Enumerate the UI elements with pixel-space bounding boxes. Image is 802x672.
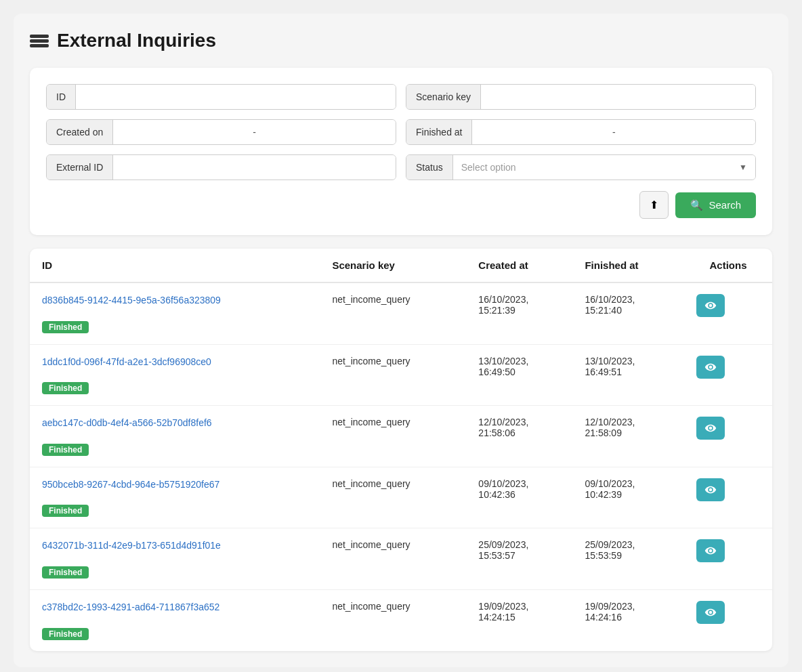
created-on-from-input[interactable] [113, 120, 249, 144]
finished-at-separator: - [608, 127, 620, 138]
view-button[interactable] [696, 478, 725, 501]
id-cell: 1ddc1f0d-096f-47fd-a2e1-3dcf96908ce0Fini… [30, 344, 320, 406]
table-header-row: ID Scenario key Created at Finished at A… [30, 249, 772, 282]
status-badge: Finished [42, 321, 89, 333]
scenario-key-input[interactable] [481, 85, 755, 109]
created-on-date-group: - [113, 120, 396, 144]
table-row: 950bceb8-9267-4cbd-964e-b5751920fe67Fini… [30, 467, 772, 528]
id-label: ID [47, 85, 76, 109]
status-badge: Finished [42, 382, 89, 394]
filter-grid: ID Scenario key Created on - Finished at [46, 84, 756, 180]
actions-cell [684, 589, 772, 650]
col-id: ID [30, 249, 320, 282]
actions-cell [684, 344, 772, 406]
eye-icon [704, 299, 717, 312]
col-actions: Actions [684, 249, 772, 282]
created-at-cell: 13/10/2023, 16:49:50 [466, 344, 572, 406]
finished-at-cell: 19/09/2023, 14:24:16 [572, 589, 684, 650]
scenario-key-cell: net_income_query [320, 406, 466, 467]
scenario-key-cell: net_income_query [320, 344, 466, 406]
table-row: 6432071b-311d-42e9-b173-651d4d91f01eFini… [30, 528, 772, 590]
actions-cell [684, 528, 772, 590]
scenario-key-cell: net_income_query [320, 467, 466, 528]
id-cell: 950bceb8-9267-4cbd-964e-b5751920fe67Fini… [30, 467, 320, 528]
table-header: ID Scenario key Created at Finished at A… [30, 249, 772, 282]
scenario-key-label: Scenario key [406, 85, 481, 109]
database-icon [30, 35, 49, 47]
status-select[interactable]: Select option Finished Pending Failed [453, 155, 755, 180]
table-row: aebc147c-d0db-4ef4-a566-52b70df8fef6Fini… [30, 406, 772, 467]
finished-at-from-input[interactable] [472, 120, 608, 144]
results-panel: ID Scenario key Created at Finished at A… [30, 249, 772, 651]
scenario-key-cell: net_income_query [320, 528, 466, 590]
actions-cell [684, 406, 772, 467]
finished-at-to-input[interactable] [620, 120, 755, 144]
id-link[interactable]: c378bd2c-1993-4291-ad64-711867f3a652 [42, 601, 308, 614]
created-at-cell: 12/10/2023, 21:58:06 [466, 406, 572, 467]
id-cell: 6432071b-311d-42e9-b173-651d4d91f01eFini… [30, 528, 320, 590]
filter-actions: ⬆ 🔍 Search [46, 191, 756, 219]
col-created-at: Created at [466, 249, 572, 282]
search-button-label: Search [709, 199, 741, 211]
eye-icon [704, 422, 717, 434]
status-badge: Finished [42, 566, 89, 579]
created-on-separator: - [249, 127, 260, 138]
col-scenario-key: Scenario key [320, 249, 466, 282]
id-cell: d836b845-9142-4415-9e5a-36f56a323809Fini… [30, 282, 320, 344]
view-button[interactable] [696, 601, 725, 624]
view-button[interactable] [696, 294, 725, 317]
id-input[interactable] [76, 85, 396, 109]
actions-cell [684, 467, 772, 528]
results-table: ID Scenario key Created at Finished at A… [30, 249, 772, 651]
table-row: 1ddc1f0d-096f-47fd-a2e1-3dcf96908ce0Fini… [30, 344, 772, 406]
table-row: c378bd2c-1993-4291-ad64-711867f3a652Fini… [30, 589, 772, 650]
finished-at-cell: 12/10/2023, 21:58:09 [572, 406, 684, 467]
actions-cell [684, 282, 772, 344]
id-link[interactable]: 6432071b-311d-42e9-b173-651d4d91f01e [42, 539, 308, 553]
created-on-to-input[interactable] [260, 120, 396, 144]
id-link[interactable]: 1ddc1f0d-096f-47fd-a2e1-3dcf96908ce0 [42, 356, 308, 369]
finished-at-cell: 25/09/2023, 15:53:59 [572, 528, 684, 590]
finished-at-label: Finished at [406, 120, 472, 144]
finished-at-filter-row: Finished at - [406, 119, 756, 145]
status-select-wrapper: Select option Finished Pending Failed ▼ [453, 155, 755, 180]
filter-panel: ID Scenario key Created on - Finished at [30, 68, 772, 235]
status-badge: Finished [42, 628, 89, 640]
eye-icon [704, 361, 717, 373]
page-container: External Inquiries ID Scenario key Creat… [14, 14, 788, 667]
status-label: Status [406, 155, 453, 180]
finished-at-cell: 16/10/2023, 15:21:40 [572, 282, 684, 344]
external-id-label: External ID [47, 155, 113, 180]
view-button[interactable] [696, 417, 725, 440]
created-at-cell: 09/10/2023, 10:42:36 [466, 467, 572, 528]
view-button[interactable] [696, 356, 725, 379]
view-button[interactable] [696, 539, 725, 562]
created-on-label: Created on [47, 120, 113, 144]
id-link[interactable]: 950bceb8-9267-4cbd-964e-b5751920fe67 [42, 478, 308, 492]
external-id-filter-row: External ID [46, 154, 396, 180]
finished-at-date-group: - [472, 120, 755, 144]
status-badge: Finished [42, 505, 89, 517]
scenario-key-cell: net_income_query [320, 282, 466, 344]
created-on-filter-row: Created on - [46, 119, 396, 145]
page-title: External Inquiries [57, 30, 216, 51]
status-badge: Finished [42, 444, 89, 456]
page-header: External Inquiries [30, 30, 772, 51]
created-at-cell: 19/09/2023, 14:24:15 [466, 589, 572, 650]
status-filter-row: Status Select option Finished Pending Fa… [406, 154, 756, 180]
id-cell: c378bd2c-1993-4291-ad64-711867f3a652Fini… [30, 589, 320, 650]
external-id-input[interactable] [113, 155, 396, 180]
eye-icon [704, 606, 717, 618]
finished-at-cell: 13/10/2023, 16:49:51 [572, 344, 684, 406]
eye-icon [704, 545, 717, 557]
eye-icon [704, 484, 717, 496]
search-icon: 🔍 [690, 199, 703, 211]
created-at-cell: 25/09/2023, 15:53:57 [466, 528, 572, 590]
id-link[interactable]: d836b845-9142-4415-9e5a-36f56a323809 [42, 294, 308, 308]
scenario-key-filter-row: Scenario key [406, 84, 756, 110]
export-button[interactable]: ⬆ [639, 191, 669, 219]
id-link[interactable]: aebc147c-d0db-4ef4-a566-52b70df8fef6 [42, 417, 308, 430]
search-button[interactable]: 🔍 Search [675, 192, 756, 218]
table-body: d836b845-9142-4415-9e5a-36f56a323809Fini… [30, 282, 772, 651]
finished-at-cell: 09/10/2023, 10:42:39 [572, 467, 684, 528]
